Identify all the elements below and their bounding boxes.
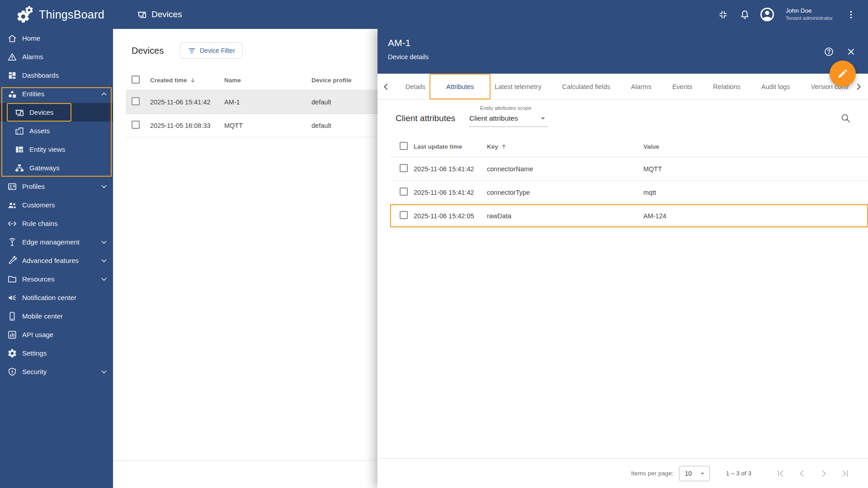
devices-page-title: Devices bbox=[132, 46, 164, 56]
sidebar-item-edge-management[interactable]: Edge management bbox=[0, 233, 113, 251]
attribute-row-rawdata[interactable]: 2025-11-06 15:42:05rawDataAM-124 bbox=[390, 204, 868, 228]
alarms-icon bbox=[7, 52, 18, 62]
sidebar-item-advanced-features[interactable]: Advanced features bbox=[0, 251, 113, 270]
column-header-name[interactable]: Name bbox=[224, 77, 311, 84]
sidebar-item-profiles[interactable]: Profiles bbox=[0, 177, 113, 196]
column-label: Device profile bbox=[311, 77, 352, 84]
row-checkbox[interactable] bbox=[400, 211, 408, 219]
device-filter-button[interactable]: Device Filter bbox=[180, 42, 243, 59]
user-avatar[interactable] bbox=[758, 5, 777, 24]
search-button[interactable] bbox=[836, 109, 854, 127]
sort-arrow-icon bbox=[189, 77, 196, 84]
entities-menu-group: EntitiesDevicesAssetsEntity viewsGateway… bbox=[0, 84, 113, 177]
tab-events[interactable]: Events bbox=[662, 74, 703, 99]
sidebar-item-label: Dashboards bbox=[22, 71, 59, 79]
sidebar: HomeAlarmsDashboardsEntitiesDevicesAsset… bbox=[0, 29, 113, 488]
sidebar-item-devices[interactable]: Devices bbox=[0, 103, 113, 122]
column-header-last-update-time[interactable]: Last update time bbox=[414, 143, 487, 150]
thingsboard-logo[interactable]: ThingsBoard bbox=[15, 5, 104, 24]
column-header-key[interactable]: Key bbox=[487, 143, 643, 150]
sidebar-item-rule-chains[interactable]: Rule chains bbox=[0, 214, 113, 233]
tab-audit-logs[interactable]: Audit logs bbox=[751, 74, 801, 99]
chevron-down-icon bbox=[99, 367, 108, 376]
close-panel-button[interactable] bbox=[842, 42, 860, 61]
help-icon bbox=[824, 47, 834, 57]
device-filter-label: Device Filter bbox=[200, 47, 235, 54]
sidebar-item-label: Edge management bbox=[22, 238, 80, 246]
tab-label: Audit logs bbox=[761, 83, 790, 90]
row-checkbox[interactable] bbox=[400, 164, 408, 172]
tab-label: Relations bbox=[713, 83, 740, 90]
column-header-created-time[interactable]: Created time bbox=[150, 77, 224, 84]
next-page-button[interactable] bbox=[815, 465, 833, 483]
exit-fullscreen-icon bbox=[718, 9, 728, 20]
sidebar-item-api-usage[interactable]: API usage bbox=[0, 325, 113, 344]
attributes-scope-select[interactable]: Entity attributes scope Client attribute… bbox=[468, 105, 548, 127]
chevron-up-icon bbox=[99, 89, 108, 99]
cell-value: MQTT bbox=[643, 165, 868, 173]
sidebar-item-dashboards[interactable]: Dashboards bbox=[0, 66, 113, 84]
select-all-checkbox[interactable] bbox=[400, 142, 408, 150]
tab-calculated-fields[interactable]: Calculated fields bbox=[552, 74, 620, 99]
items-per-page-select[interactable]: 10 bbox=[679, 466, 710, 481]
chevron-down-icon bbox=[99, 182, 108, 191]
sidebar-item-entities[interactable]: Entities bbox=[0, 84, 113, 103]
sidebar-item-security[interactable]: Security bbox=[0, 362, 113, 381]
notifications-button[interactable] bbox=[736, 5, 754, 23]
sidebar-item-customers[interactable]: Customers bbox=[0, 196, 113, 214]
select-all-checkbox[interactable] bbox=[132, 75, 140, 84]
pagination: Items per page: 10 1 – 3 of 3 bbox=[377, 458, 868, 488]
toggle-fullscreen-button[interactable] bbox=[714, 5, 732, 23]
edit-device-fab[interactable] bbox=[830, 61, 856, 87]
attribute-row-connectortype[interactable]: 2025-11-06 15:41:42connectorTypemqtt bbox=[390, 181, 868, 204]
first-page-button[interactable] bbox=[771, 465, 789, 483]
tab-alarms[interactable]: Alarms bbox=[621, 74, 662, 99]
thingsboard-logo-icon bbox=[15, 5, 34, 24]
sidebar-item-label: Advanced features bbox=[22, 257, 79, 264]
sidebar-item-home[interactable]: Home bbox=[0, 29, 113, 47]
account-circle-icon bbox=[759, 6, 776, 23]
sidebar-item-gateways[interactable]: Gateways bbox=[0, 159, 113, 177]
sidebar-item-label: Mobile center bbox=[22, 312, 63, 320]
details-tabbar: DetailsAttributesLatest telemetryCalcula… bbox=[377, 74, 868, 100]
sidebar-item-notification-center[interactable]: Notification center bbox=[0, 288, 113, 307]
previous-page-button[interactable] bbox=[793, 465, 811, 483]
column-header-value[interactable]: Value bbox=[643, 143, 868, 150]
device-details-header: AM-1 Device details bbox=[377, 29, 868, 74]
cell-last-update-time: 2025-11-06 15:41:42 bbox=[414, 189, 487, 196]
sidebar-item-entity-views[interactable]: Entity views bbox=[0, 140, 113, 159]
row-checkbox[interactable] bbox=[132, 97, 140, 105]
tab-details[interactable]: Details bbox=[395, 74, 436, 99]
device-details-subtitle: Device details bbox=[388, 53, 868, 61]
row-checkbox[interactable] bbox=[400, 188, 408, 196]
column-label: Created time bbox=[150, 77, 187, 84]
last-page-button[interactable] bbox=[836, 465, 854, 483]
attributes-toolbar: Client attributes Entity attributes scop… bbox=[377, 100, 868, 136]
sidebar-item-alarms[interactable]: Alarms bbox=[0, 47, 113, 66]
panel-header-buttons bbox=[820, 42, 860, 61]
notification-center-icon bbox=[7, 293, 18, 303]
sidebar-item-settings[interactable]: Settings bbox=[0, 344, 113, 362]
search-icon bbox=[840, 113, 851, 123]
cell-value: mqtt bbox=[643, 189, 868, 196]
sidebar-item-label: Profiles bbox=[22, 183, 45, 190]
tabs-scroll-left-button[interactable] bbox=[377, 74, 395, 99]
sidebar-item-label: Security bbox=[22, 368, 47, 375]
tabs: DetailsAttributesLatest telemetryCalcula… bbox=[395, 74, 849, 99]
row-checkbox[interactable] bbox=[132, 121, 140, 129]
chevron-down-icon bbox=[99, 238, 108, 247]
more-menu-button[interactable] bbox=[842, 5, 860, 23]
sidebar-item-label: Home bbox=[22, 34, 40, 42]
scope-value: Client attributes bbox=[469, 114, 518, 122]
tab-label: Details bbox=[406, 83, 425, 90]
sidebar-item-resources[interactable]: Resources bbox=[0, 270, 113, 288]
tab-relations[interactable]: Relations bbox=[703, 74, 750, 99]
help-button[interactable] bbox=[820, 42, 838, 61]
sidebar-item-assets[interactable]: Assets bbox=[0, 122, 113, 140]
tab-attributes[interactable]: Attributes bbox=[436, 74, 484, 99]
tab-latest-telemetry[interactable]: Latest telemetry bbox=[484, 74, 552, 99]
sidebar-item-mobile-center[interactable]: Mobile center bbox=[0, 307, 113, 325]
sidebar-item-label: Customers bbox=[22, 201, 55, 209]
sidebar-menu: HomeAlarmsDashboardsEntitiesDevicesAsset… bbox=[0, 29, 113, 381]
attribute-row-connectorname[interactable]: 2025-11-06 15:41:42connectorNameMQTT bbox=[390, 157, 868, 181]
